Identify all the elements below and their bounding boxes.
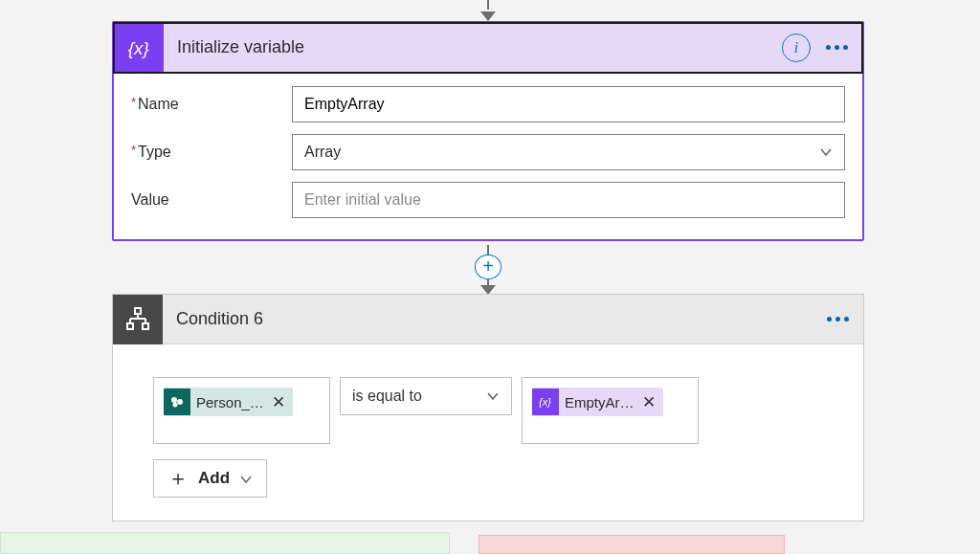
svg-text:{x}: {x} (539, 396, 551, 408)
condition-icon (113, 295, 163, 344)
chevron-down-icon (239, 472, 253, 485)
sharepoint-icon (164, 388, 190, 415)
value-input[interactable] (292, 182, 845, 218)
condition-header[interactable]: Condition 6 (113, 295, 863, 344)
condition-right-operand[interactable]: {x} EmptyAr… ✕ (522, 377, 699, 444)
sharepoint-token[interactable]: Person_… ✕ (164, 388, 293, 416)
svg-text:{x}: {x} (128, 37, 149, 57)
chevron-down-icon (486, 389, 500, 403)
condition-left-operand[interactable]: Person_… ✕ (153, 377, 330, 444)
condition-body: Person_… ✕ is equal to {x} EmptyAr… ✕ (113, 344, 863, 521)
svg-rect-7 (143, 323, 148, 329)
initialize-variable-header[interactable]: {x} Initialize variable i (114, 23, 862, 73)
variable-token[interactable]: {x} EmptyAr… ✕ (532, 388, 663, 416)
name-label: *Name (131, 96, 292, 113)
svg-rect-6 (127, 323, 133, 329)
type-label: *Type (131, 144, 292, 161)
card-title: Initialize variable (164, 37, 782, 57)
remove-token-icon[interactable]: ✕ (642, 392, 656, 412)
info-icon[interactable]: i (782, 33, 811, 62)
name-input[interactable] (292, 86, 845, 122)
add-step-button[interactable]: + (475, 255, 501, 280)
plus-icon: ＋ (167, 464, 189, 493)
add-condition-button[interactable]: ＋ Add (153, 459, 267, 498)
svg-point-8 (171, 397, 177, 403)
if-yes-branch-hint (0, 532, 450, 554)
condition-card: Condition 6 Person_… ✕ (112, 294, 864, 521)
svg-rect-1 (135, 308, 141, 314)
value-label: Value (131, 191, 292, 209)
flow-arrow-in (479, 0, 498, 21)
card-menu-button[interactable] (820, 33, 853, 62)
initialize-variable-body: *Name *Type Array Value (114, 73, 862, 239)
card-title: Condition 6 (163, 309, 821, 329)
remove-token-icon[interactable]: ✕ (272, 392, 285, 412)
initialize-variable-card: {x} Initialize variable i *Name *Type Ar… (112, 21, 864, 241)
variable-icon: {x} (532, 388, 559, 415)
condition-operator-select[interactable]: is equal to (340, 377, 512, 415)
type-select[interactable]: Array (292, 134, 845, 170)
svg-point-10 (173, 403, 178, 408)
if-no-branch-hint (479, 535, 785, 554)
svg-point-9 (177, 399, 183, 405)
variable-icon: {x} (114, 23, 164, 73)
chevron-down-icon (819, 145, 833, 159)
flow-connector: + (475, 245, 501, 295)
card-menu-button[interactable] (821, 305, 854, 334)
